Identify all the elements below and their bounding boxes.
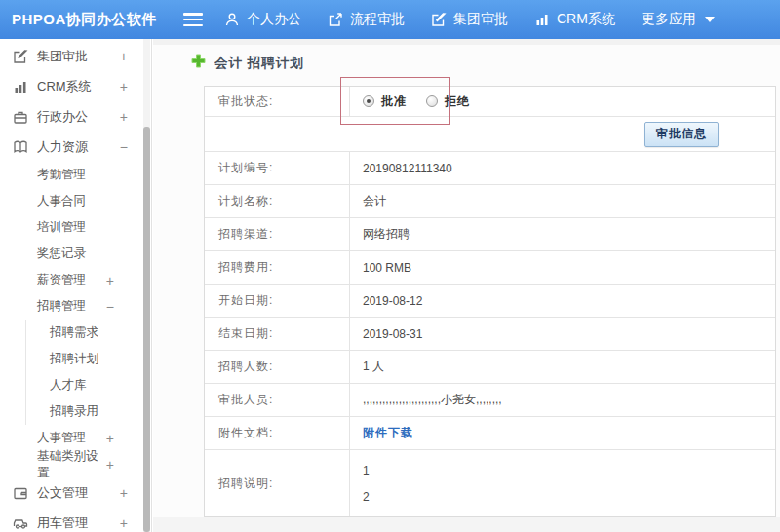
edit-icon	[13, 49, 28, 64]
car-icon	[13, 515, 28, 531]
expand-toggle: +	[106, 431, 114, 446]
sidebar-item-document-mgmt[interactable]: 公文管理 +	[0, 477, 151, 508]
approve-info-button[interactable]: 审批信息	[644, 122, 719, 147]
sidebar-item-base-category[interactable]: 基础类别设置 +	[0, 451, 151, 477]
nav-crm[interactable]: CRM系统	[534, 11, 615, 28]
sidebar-item-hr[interactable]: 人力资源 −	[0, 132, 151, 162]
row-plan-number: 计划编号: 20190812111340	[205, 152, 775, 185]
book-icon	[13, 139, 28, 155]
collapse-toggle: −	[106, 299, 114, 315]
nav-group-approval[interactable]: 集团审批	[431, 11, 508, 28]
top-nav: PHPOA协同办公软件 个人办公 流程审批 集团审批	[0, 0, 780, 39]
page-title: 会计 招聘计划	[191, 54, 304, 72]
row-approval-status: 审批状态: 批准 拒绝	[205, 87, 775, 117]
bar-chart-icon	[534, 12, 550, 27]
row-plan-name: 计划名称: 会计	[205, 185, 775, 218]
expand-toggle: +	[120, 515, 128, 531]
briefcase-icon	[13, 109, 28, 125]
sidebar-scrollbar-thumb[interactable]	[143, 127, 150, 532]
caret-down-icon	[705, 17, 715, 22]
hamburger-menu-icon[interactable]	[183, 13, 203, 26]
app-logo: PHPOA协同办公软件	[0, 11, 183, 29]
user-icon	[224, 12, 240, 27]
row-approve-action: 审批信息	[205, 117, 775, 152]
description-line: 2	[363, 490, 370, 504]
sidebar-item-vehicle-mgmt[interactable]: 用车管理 +	[0, 508, 151, 532]
edit-icon	[431, 12, 447, 27]
sidebar-item-recruit-mgmt[interactable]: 招聘管理 −	[0, 293, 151, 320]
radio-approve[interactable]	[363, 95, 374, 107]
radio-reject[interactable]	[426, 95, 438, 107]
sidebar-item-talent-pool[interactable]: 人才库	[26, 372, 151, 399]
expand-toggle: +	[120, 109, 128, 125]
nav-more-apps[interactable]: 更多应用	[642, 11, 715, 28]
row-approvers: 审批人员: ,,,,,,,,,,,,,,,,,,,,,,,,小尧女,,,,,,,…	[205, 384, 775, 417]
attachment-download-link[interactable]: 附件下载	[363, 425, 413, 441]
recruit-submenu: 招聘需求 招聘计划 人才库 招聘录用	[25, 320, 151, 425]
main-content: 会计 招聘计划 审批状态: 批准 拒绝 审批信息 计划编号: 201908121…	[153, 39, 780, 532]
expand-toggle: +	[120, 49, 128, 64]
sidebar-item-attendance[interactable]: 考勤管理	[0, 162, 151, 188]
row-description: 招聘说明: 1 2	[205, 450, 775, 516]
collapse-toggle: −	[120, 139, 128, 155]
row-recruit-cost: 招聘费用: 100 RMB	[205, 251, 775, 285]
sidebar-item-crm[interactable]: CRM系统 +	[0, 71, 151, 101]
row-end-date: 结束日期: 2019-08-31	[205, 318, 775, 351]
detail-table: 审批状态: 批准 拒绝 审批信息 计划编号: 20190812111340 计划…	[204, 86, 776, 517]
expand-toggle: +	[106, 273, 114, 288]
sidebar-item-recruit-demand[interactable]: 招聘需求	[26, 320, 151, 346]
sidebar-item-hr-contract[interactable]: 人事合同	[0, 188, 151, 214]
sidebar: 集团审批 + CRM系统 + 行政办公 + 人力资源 − 考勤管理 人事合同 培…	[0, 39, 152, 532]
expand-toggle: +	[106, 457, 114, 473]
sidebar-item-recruit-hire[interactable]: 招聘录用	[26, 399, 151, 425]
sidebar-item-group-approval[interactable]: 集团审批 +	[0, 41, 151, 71]
expand-toggle: +	[120, 485, 128, 501]
content-bottom-strip	[153, 517, 780, 532]
sidebar-item-salary[interactable]: 薪资管理 +	[0, 267, 151, 293]
row-attachment: 附件文档: 附件下载	[205, 417, 775, 450]
nav-workflow-approval[interactable]: 流程审批	[328, 11, 405, 28]
row-recruit-channel: 招聘渠道: 网络招聘	[205, 218, 775, 251]
content-top-strip	[153, 39, 780, 45]
add-icon	[191, 54, 206, 72]
row-headcount: 招聘人数: 1 人	[205, 351, 775, 384]
folder-icon	[13, 485, 28, 501]
description-line: 1	[363, 464, 370, 477]
sidebar-item-rewards[interactable]: 奖惩记录	[0, 241, 151, 267]
sidebar-item-recruit-plan[interactable]: 招聘计划	[26, 346, 151, 372]
workflow-icon	[328, 12, 343, 27]
sidebar-item-admin-office[interactable]: 行政办公 +	[0, 101, 151, 132]
nav-personal-office[interactable]: 个人办公	[224, 11, 301, 28]
bar-chart-icon	[13, 79, 28, 95]
row-start-date: 开始日期: 2019-08-12	[205, 285, 775, 318]
expand-toggle: +	[120, 79, 128, 95]
sidebar-item-training[interactable]: 培训管理	[0, 214, 151, 241]
